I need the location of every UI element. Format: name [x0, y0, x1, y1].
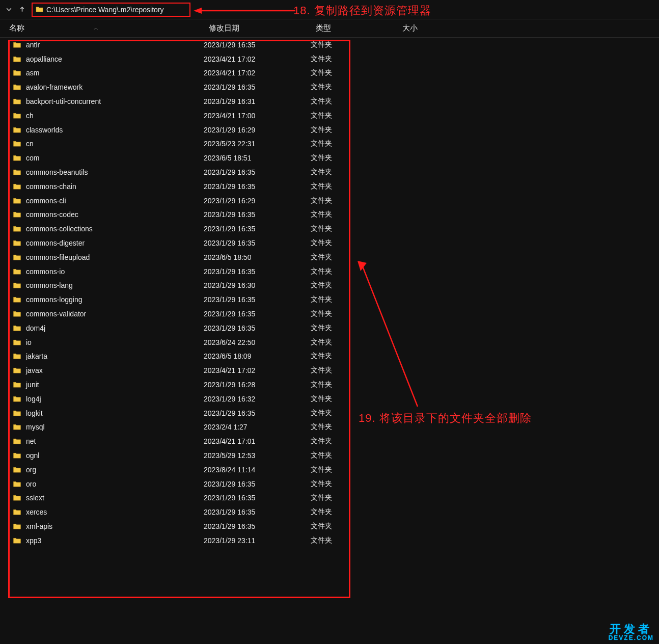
- table-row[interactable]: commons-fileupload2023/6/5 18:50文件夹: [0, 250, 659, 264]
- watermark-line1: 开发者: [609, 624, 654, 635]
- header-size[interactable]: 大小: [402, 23, 659, 33]
- table-row[interactable]: commons-chain2023/1/29 16:35文件夹: [0, 179, 659, 194]
- cell-type: 文件夹: [311, 536, 397, 545]
- file-name: sslext: [26, 494, 44, 502]
- table-row[interactable]: commons-beanutils2023/1/29 16:35文件夹: [0, 165, 659, 179]
- file-name: mysql: [26, 423, 45, 431]
- table-row[interactable]: ch2023/4/21 17:00文件夹: [0, 109, 659, 123]
- folder-icon: [13, 225, 21, 232]
- up-button[interactable]: [16, 4, 28, 15]
- cell-date: 2023/1/29 16:35: [204, 409, 311, 417]
- header-name-label: 名称: [9, 23, 24, 33]
- table-row[interactable]: commons-validator2023/1/29 16:35文件夹: [0, 307, 659, 321]
- table-row[interactable]: backport-util-concurrent2023/1/29 16:31文…: [0, 94, 659, 109]
- table-row[interactable]: xml-apis2023/1/29 16:35文件夹: [0, 519, 659, 533]
- cell-date: 2023/1/29 16:28: [204, 381, 311, 389]
- table-row[interactable]: oro2023/1/29 16:35文件夹: [0, 477, 659, 491]
- table-row[interactable]: avalon-framework2023/1/29 16:35文件夹: [0, 80, 659, 94]
- table-row[interactable]: io2023/6/24 22:50文件夹: [0, 335, 659, 350]
- cell-name: commons-beanutils: [13, 168, 204, 176]
- table-row[interactable]: com2023/6/5 18:51文件夹: [0, 151, 659, 165]
- cell-date: 2023/1/29 16:35: [204, 239, 311, 247]
- table-row[interactable]: org2023/8/24 11:14文件夹: [0, 463, 659, 477]
- cell-date: 2023/1/29 16:35: [204, 324, 311, 332]
- file-name: jakarta: [26, 352, 47, 360]
- cell-date: 2023/6/5 18:09: [204, 352, 311, 360]
- table-row[interactable]: xerces2023/1/29 16:35文件夹: [0, 505, 659, 519]
- cell-date: 2023/1/29 16:35: [204, 168, 311, 176]
- file-name: javax: [26, 366, 43, 374]
- cell-type: 文件夹: [311, 507, 397, 517]
- table-row[interactable]: commons-cli2023/1/29 16:29文件夹: [0, 194, 659, 208]
- table-row[interactable]: javax2023/4/21 17:02文件夹: [0, 363, 659, 378]
- cell-date: 2023/4/21 17:00: [204, 112, 311, 120]
- file-name: ognl: [26, 451, 39, 460]
- table-row[interactable]: commons-io2023/1/29 16:35文件夹: [0, 264, 659, 279]
- table-row[interactable]: mysql2023/2/4 1:27文件夹: [0, 420, 659, 435]
- cell-date: 2023/1/29 16:32: [204, 395, 311, 403]
- table-row[interactable]: classworlds2023/1/29 16:29文件夹: [0, 123, 659, 137]
- file-name: logkit: [26, 409, 43, 417]
- cell-date: 2023/1/29 16:35: [204, 225, 311, 233]
- table-row[interactable]: commons-codec2023/1/29 16:35文件夹: [0, 208, 659, 222]
- table-row[interactable]: commons-logging2023/1/29 16:35文件夹: [0, 292, 659, 307]
- history-dropdown-button[interactable]: [3, 4, 14, 15]
- cell-date: 2023/4/21 17:02: [204, 55, 311, 63]
- cell-type: 文件夹: [311, 324, 397, 333]
- cell-date: 2023/1/29 16:35: [204, 41, 311, 49]
- cell-date: 2023/6/5 18:51: [204, 154, 311, 162]
- table-row[interactable]: ognl2023/5/29 12:53文件夹: [0, 448, 659, 463]
- table-row[interactable]: aopalliance2023/4/21 17:02文件夹: [0, 52, 659, 66]
- cell-type: 文件夹: [311, 309, 397, 318]
- file-name: antlr: [26, 41, 40, 49]
- cell-name: commons-cli: [13, 197, 204, 205]
- header-type[interactable]: 类型: [316, 23, 402, 33]
- cell-name: commons-chain: [13, 182, 204, 191]
- folder-icon: [13, 438, 21, 445]
- table-row[interactable]: jakarta2023/6/5 18:09文件夹: [0, 350, 659, 364]
- table-row[interactable]: cn2023/5/23 22:31文件夹: [0, 137, 659, 151]
- folder-icon: [36, 6, 43, 13]
- table-row[interactable]: xpp32023/1/29 23:11文件夹: [0, 533, 659, 548]
- table-row[interactable]: junit2023/1/29 16:28文件夹: [0, 378, 659, 392]
- folder-icon: [13, 410, 21, 417]
- file-name: commons-logging: [26, 296, 83, 304]
- folder-icon: [13, 523, 21, 530]
- cell-type: 文件夹: [311, 267, 397, 276]
- table-row[interactable]: antlr2023/1/29 16:35文件夹: [0, 38, 659, 52]
- table-row[interactable]: logkit2023/1/29 16:35文件夹: [0, 406, 659, 420]
- cell-type: 文件夹: [311, 168, 397, 177]
- table-row[interactable]: commons-digester2023/1/29 16:35文件夹: [0, 236, 659, 250]
- folder-icon: [13, 98, 21, 105]
- header-modified[interactable]: 修改日期: [209, 23, 316, 33]
- file-name: avalon-framework: [26, 83, 83, 91]
- folder-icon: [13, 112, 21, 119]
- chevron-down-icon: [6, 6, 12, 13]
- folder-icon: [13, 537, 21, 544]
- cell-name: jakarta: [13, 352, 204, 360]
- file-name: commons-digester: [26, 239, 85, 247]
- table-row[interactable]: net2023/4/21 17:01文件夹: [0, 434, 659, 448]
- cell-type: 文件夹: [311, 422, 397, 432]
- file-name: dom4j: [26, 324, 45, 332]
- folder-icon: [13, 84, 21, 91]
- folder-icon: [13, 381, 21, 388]
- header-name[interactable]: 名称 ︿: [9, 23, 209, 33]
- table-row[interactable]: asm2023/4/21 17:02文件夹: [0, 66, 659, 81]
- table-row[interactable]: commons-collections2023/1/29 16:35文件夹: [0, 222, 659, 236]
- cell-type: 文件夹: [311, 182, 397, 191]
- cell-name: io: [13, 338, 204, 346]
- table-row[interactable]: dom4j2023/1/29 16:35文件夹: [0, 321, 659, 335]
- folder-icon: [13, 254, 21, 261]
- table-row[interactable]: sslext2023/1/29 16:35文件夹: [0, 491, 659, 505]
- file-name: commons-codec: [26, 210, 78, 219]
- table-row[interactable]: log4j2023/1/29 16:32文件夹: [0, 392, 659, 406]
- address-bar[interactable]: C:\Users\Prince Wang\.m2\repository: [32, 3, 190, 17]
- folder-icon: [13, 126, 21, 133]
- table-row[interactable]: commons-lang2023/1/29 16:30文件夹: [0, 279, 659, 293]
- cell-type: 文件夹: [311, 380, 397, 389]
- cell-date: 2023/1/29 16:35: [204, 508, 311, 516]
- folder-icon: [13, 367, 21, 374]
- cell-type: 文件夹: [311, 238, 397, 248]
- file-name: xpp3: [26, 536, 41, 545]
